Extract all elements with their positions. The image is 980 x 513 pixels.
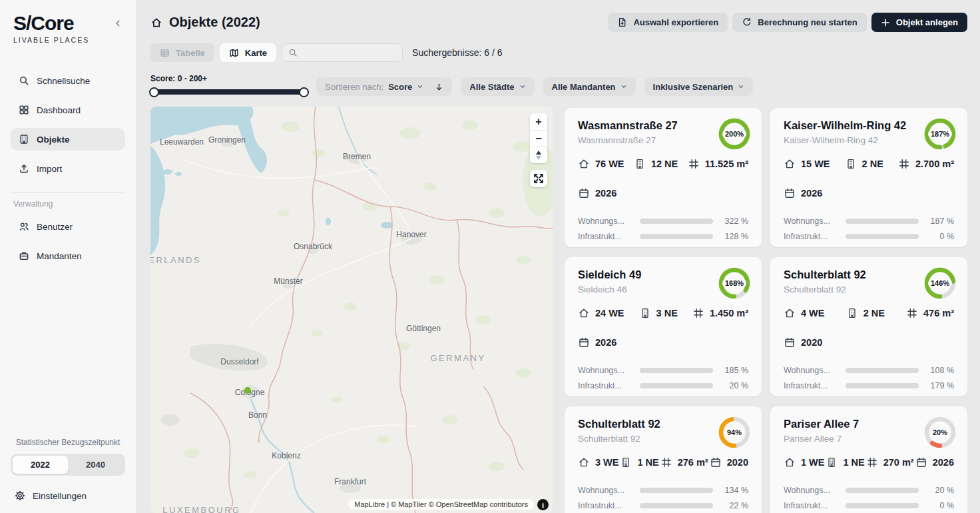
residential-units: 3 WE: [578, 456, 618, 468]
house-icon: [578, 456, 590, 468]
tenants-dropdown-label: Alle Mandanten: [552, 82, 616, 92]
sidebar-item-schnellsuche[interactable]: Schnellsuche: [11, 69, 125, 92]
residential-units-value: 76 WE: [595, 159, 624, 169]
score-bar-track: [640, 219, 713, 224]
score-bar-value: 187 %: [925, 217, 954, 226]
score-bar-value: 185 %: [719, 366, 748, 375]
users-icon: [19, 221, 29, 232]
commercial-units-value: 2 NE: [863, 308, 885, 318]
area: 270 m²: [866, 456, 914, 468]
search-icon: [288, 48, 298, 57]
property-card[interactable]: Pariser Allee 7 Pariser Allee 7 20% 1 WE…: [770, 406, 967, 513]
score-bar-track: [640, 368, 713, 373]
year-toggle: 2022 2040: [11, 454, 125, 476]
area: 276 m²: [660, 456, 708, 468]
fullscreen-icon: [533, 173, 544, 184]
export-selection-button[interactable]: Auswahl exportieren: [608, 13, 728, 32]
chevron-down-icon: [620, 83, 627, 90]
area-grid-icon: [906, 307, 918, 319]
score-bar-label: Wohnungs...: [578, 366, 634, 375]
score-bar-value: 108 %: [925, 366, 954, 375]
year-value: 2026: [595, 337, 616, 348]
info-icon[interactable]: i: [537, 499, 549, 510]
settings-button[interactable]: Einstellungen: [11, 484, 125, 501]
cities-dropdown[interactable]: Alle Städte: [461, 77, 534, 96]
scenarios-dropdown[interactable]: Inklusive Szenarien: [644, 77, 754, 96]
score-bar-label: Wohnungs...: [784, 217, 840, 226]
property-card[interactable]: Schulterblatt 92 Schulterblatt 92 146% 4…: [770, 257, 967, 396]
recalculate-label: Berechnung neu starten: [758, 17, 858, 27]
recalculate-button[interactable]: Berechnung neu starten: [732, 13, 867, 32]
commercial-units-value: 12 NE: [651, 159, 678, 169]
compass-button[interactable]: [530, 147, 547, 163]
residential-units: 24 WE: [578, 307, 624, 319]
score-bar-label: Infrastrukt...: [784, 381, 840, 390]
year-option-2040[interactable]: 2040: [68, 456, 123, 474]
building-icon: [634, 158, 646, 170]
score-bar-label: Infrastrukt...: [578, 381, 634, 390]
score-bar-row: Wohnungs... 185 %: [578, 366, 748, 375]
zoom-in-button[interactable]: +: [530, 113, 547, 130]
score-slider[interactable]: [150, 89, 308, 95]
chevron-down-icon: [738, 83, 744, 90]
score-slider-handle-max[interactable]: [299, 87, 309, 97]
year: 2026: [578, 187, 616, 199]
score-gauge: 146%: [923, 266, 957, 300]
tab-karte[interactable]: Karte: [220, 43, 276, 62]
map-canvas[interactable]: LeeuwardenGroningenBremenHanoverOsnabrüc…: [150, 107, 553, 513]
zoom-out-button[interactable]: −: [530, 130, 547, 147]
building-icon: [845, 158, 857, 170]
sort-direction-icon[interactable]: [435, 83, 443, 91]
score-bar-row: Wohnungs... 322 %: [578, 217, 748, 226]
map-icon: [229, 48, 239, 58]
area-grid-icon: [688, 158, 700, 170]
commercial-units: 2 NE: [845, 158, 883, 170]
tenants-dropdown[interactable]: Alle Mandanten: [543, 77, 636, 96]
score-bar-value: 322 %: [719, 217, 748, 226]
sidebar-item-label: Mandanten: [37, 251, 82, 261]
year-option-2022[interactable]: 2022: [13, 456, 68, 474]
area-grid-icon: [898, 158, 910, 170]
cities-dropdown-label: Alle Städte: [469, 82, 514, 92]
score-value: 187%: [928, 129, 952, 139]
score-bar-value: 22 %: [719, 501, 748, 510]
property-card[interactable]: Schulterblatt 92 Schulterblatt 92 94% 3 …: [565, 406, 762, 513]
property-card[interactable]: Sieldeich 49 Sieldeich 46 168% 24 WE 3 N…: [565, 257, 762, 396]
score-bar-label: Wohnungs...: [578, 217, 634, 226]
commercial-units: 1 NE: [826, 456, 864, 468]
gear-icon: [15, 490, 25, 501]
sort-prefix-label: Sortieren nach:: [325, 82, 383, 92]
refresh-icon: [742, 17, 752, 27]
residential-units-value: 1 WE: [801, 457, 824, 468]
area-value: 270 m²: [883, 457, 914, 468]
sidebar-collapse-button[interactable]: [113, 19, 122, 28]
commercial-units-value: 1 NE: [843, 457, 864, 468]
residential-units-value: 24 WE: [595, 308, 624, 318]
fullscreen-button[interactable]: [530, 170, 547, 187]
calendar-icon: [710, 456, 722, 468]
score-bar-track: [640, 488, 713, 493]
score-bar-row: Wohnungs... 20 %: [784, 486, 954, 495]
create-object-button[interactable]: Objekt anlegen: [871, 13, 967, 32]
residential-units: 15 WE: [784, 158, 830, 170]
search-input[interactable]: [302, 48, 396, 58]
calendar-icon: [915, 456, 927, 468]
commercial-units: 12 NE: [634, 158, 678, 170]
sidebar-item-objekte[interactable]: Objekte: [11, 128, 125, 151]
compass-icon: [536, 151, 541, 160]
year: 2020: [710, 456, 748, 468]
sidebar-item-benutzer[interactable]: Benutzer: [11, 215, 125, 238]
sidebar-item-label: Import: [37, 164, 62, 174]
tab-karte-label: Karte: [245, 48, 267, 58]
sidebar-item-label: Dashboard: [37, 105, 81, 115]
sidebar-item-import[interactable]: Import: [11, 157, 125, 180]
sidebar-item-dashboard[interactable]: Dashboard: [11, 99, 125, 121]
sort-dropdown[interactable]: Sortieren nach: Score: [316, 77, 452, 96]
property-card[interactable]: Kaiser-Wilhelm-Ring 42 Kaiser-Wilhelm-Ri…: [770, 108, 967, 247]
property-card[interactable]: Wasmannstraße 27 Wasmannstraße 27 200% 7…: [565, 108, 762, 247]
tab-tabelle[interactable]: Tabelle: [150, 43, 214, 62]
score-slider-handle-min[interactable]: [149, 87, 159, 97]
area-value: 476 m²: [923, 308, 954, 318]
house-icon: [578, 158, 590, 170]
sidebar-item-mandanten[interactable]: Mandanten: [11, 245, 125, 267]
